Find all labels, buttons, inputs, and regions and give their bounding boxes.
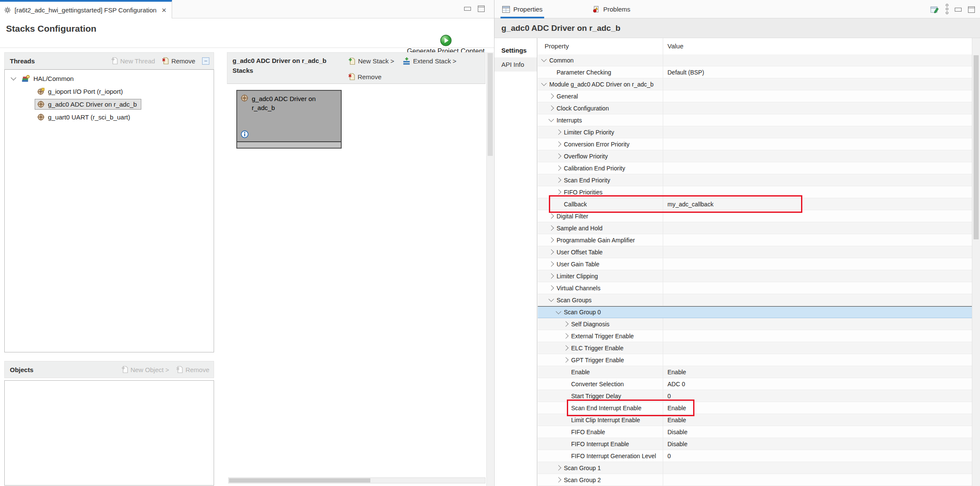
chevron-right-icon[interactable] [556, 189, 561, 195]
chevron-right-icon[interactable] [548, 225, 554, 231]
property-row-scan-end-interrupt-enable[interactable]: Scan End Interrupt Enable Enable [538, 402, 980, 414]
property-row-external-trigger-enable[interactable]: External Trigger Enable [538, 330, 980, 342]
scrollbar-thumb[interactable] [974, 55, 979, 239]
property-row-limiter-clipping[interactable]: Limiter Clipping [538, 270, 980, 282]
chevron-down-icon[interactable] [548, 296, 554, 302]
tab-properties[interactable]: Properties [500, 0, 544, 18]
property-row-enable[interactable]: Enable Enable [538, 366, 980, 378]
property-row-limit-clip-interrupt-enable[interactable]: Limit Clip Interrupt Enable Enable [538, 414, 980, 426]
collapse-icon[interactable]: – [202, 57, 209, 65]
property-grid-header: Property Value [538, 38, 980, 54]
chevron-right-icon[interactable] [563, 333, 569, 339]
thread-tree-item-g-ioport[interactable]: g_ioport I/O Port (r_ioport) [5, 85, 214, 98]
stacks-title: g_adc0 ADC Driver on r_adc_b Stacks [232, 56, 348, 75]
property-row-general[interactable]: General [538, 90, 980, 102]
property-row-fifo-interrupt-enable[interactable]: FIFO Interrupt Enable Disable [538, 438, 980, 450]
minimize-icon[interactable] [464, 7, 471, 11]
property-value: Disable [667, 429, 688, 435]
subnav-settings[interactable]: Settings [494, 43, 537, 57]
tab-fsp-configuration[interactable]: [ra6t2_adc_hwi_gettingstarted] FSP Confi… [0, 0, 172, 18]
property-row-digital-filter[interactable]: Digital Filter [538, 210, 980, 222]
new-stack-button[interactable]: New Stack > [348, 57, 394, 65]
property-row-scan-group-1[interactable]: Scan Group 1 [538, 462, 980, 474]
property-row-scan-group-0[interactable]: Scan Group 0 [538, 306, 980, 318]
property-row-scan-groups[interactable]: Scan Groups [538, 294, 980, 306]
thread-tree-item-g-adc0[interactable]: g_adc0 ADC Driver on r_adc_b [5, 98, 214, 110]
remove-thread-button[interactable]: Remove [162, 57, 195, 65]
property-row-overflow-priority[interactable]: Overflow Priority [538, 150, 980, 162]
chevron-right-icon[interactable] [556, 165, 561, 171]
property-row-clock-configuration[interactable]: Clock Configuration [538, 102, 980, 114]
property-row-elc-trigger-enable[interactable]: ELC Trigger Enable [538, 342, 980, 354]
chevron-right-icon[interactable] [563, 357, 569, 363]
chevron-right-icon[interactable] [556, 153, 561, 159]
chevron-right-icon[interactable] [548, 285, 554, 291]
chevron-down-icon[interactable] [556, 309, 561, 314]
chevron-down-icon[interactable] [11, 75, 16, 81]
property-row-converter-selection[interactable]: Converter Selection ADC 0 [538, 378, 980, 390]
chevron-right-icon[interactable] [563, 321, 569, 327]
chevron-right-icon[interactable] [548, 237, 554, 243]
stack-card-g-adc0[interactable]: g_adc0 ADC Driver on r_adc_b [236, 90, 342, 149]
property-row-scan-end-priority[interactable]: Scan End Priority [538, 174, 980, 186]
thread-tree-item-g-uart0[interactable]: g_uart0 UART (r_sci_b_uart) [5, 110, 214, 123]
editor-vertical-scrollbar[interactable] [486, 52, 494, 486]
property-row-callback[interactable]: Callback my_adc_callback [538, 198, 980, 210]
property-value: Enable [667, 369, 686, 376]
chevron-right-icon[interactable] [556, 129, 561, 135]
property-name: Scan Group 1 [564, 465, 601, 471]
chevron-right-icon[interactable] [556, 477, 561, 483]
extend-stack-button[interactable]: Extend Stack > [403, 57, 456, 65]
scrollbar-thumb[interactable] [488, 53, 493, 156]
maximize-icon[interactable] [478, 6, 485, 12]
property-row-scan-group-2[interactable]: Scan Group 2 [538, 474, 980, 486]
chevron-down-icon[interactable] [548, 116, 554, 122]
pin-editor-icon[interactable] [930, 6, 939, 14]
properties-vertical-scrollbar[interactable] [972, 38, 980, 486]
property-row-calibration-end-priority[interactable]: Calibration End Priority [538, 162, 980, 174]
property-row-parameter-checking[interactable]: Parameter Checking Default (BSP) [538, 66, 980, 78]
property-row-common[interactable]: Common [538, 54, 980, 66]
chevron-right-icon[interactable] [548, 249, 554, 255]
chevron-right-icon[interactable] [548, 261, 554, 267]
subnav-api-info[interactable]: API Info [494, 57, 537, 72]
chevron-right-icon[interactable] [563, 345, 569, 351]
property-row-interrupts[interactable]: Interrupts [538, 114, 980, 126]
chevron-right-icon[interactable] [548, 273, 554, 279]
chevron-right-icon[interactable] [556, 177, 561, 183]
property-row-user-gain-table[interactable]: User Gain Table [538, 258, 980, 270]
property-row-fifo-priorities[interactable]: FIFO Priorities [538, 186, 980, 198]
chevron-right-icon[interactable] [548, 93, 554, 99]
property-row-gpt-trigger-enable[interactable]: GPT Trigger Enable [538, 354, 980, 366]
chevron-right-icon[interactable] [548, 213, 554, 219]
scrollbar-thumb[interactable] [229, 478, 370, 483]
thread-tree-item-hal-common[interactable]: HAL/Common [5, 72, 214, 85]
info-icon[interactable] [241, 130, 249, 138]
tab-problems[interactable]: Problems [591, 0, 632, 18]
view-menu-icon[interactable] [946, 4, 948, 14]
property-row-start-trigger-delay[interactable]: Start Trigger Delay 0 [538, 390, 980, 402]
horizontal-scrollbar[interactable] [228, 477, 486, 483]
maximize-icon[interactable] [968, 6, 975, 13]
minimize-icon[interactable] [955, 8, 962, 12]
chevron-right-icon[interactable] [548, 105, 554, 111]
chevron-right-icon[interactable] [556, 465, 561, 471]
property-row-module-g-adc0-adc-driver-on-r-adc-b[interactable]: Module g_adc0 ADC Driver on r_adc_b [538, 78, 980, 90]
property-row-virtual-channels[interactable]: Virtual Channels [538, 282, 980, 294]
property-row-user-offset-table[interactable]: User Offset Table [538, 246, 980, 258]
property-row-fifo-enable[interactable]: FIFO Enable Disable [538, 426, 980, 438]
property-row-fifo-interrupt-generation-level[interactable]: FIFO Interrupt Generation Level 0 [538, 450, 980, 462]
chevron-down-icon[interactable] [541, 81, 547, 86]
threads-tree: HAL/Common g_ioport I/O Port (r_ioport) … [4, 69, 214, 352]
tab-label: [ra6t2_adc_hwi_gettingstarted] FSP Confi… [15, 6, 157, 14]
property-row-limiter-clip-priority[interactable]: Limiter Clip Priority [538, 126, 980, 138]
property-rows: Common Parameter Checking Default (BSP) … [538, 54, 980, 486]
property-row-conversion-error-priority[interactable]: Conversion Error Priority [538, 138, 980, 150]
remove-stack-button[interactable]: Remove [348, 73, 381, 81]
property-row-programmable-gain-amplifier[interactable]: Programmable Gain Amplifier [538, 234, 980, 246]
chevron-right-icon[interactable] [556, 141, 561, 147]
chevron-down-icon[interactable] [541, 57, 547, 62]
property-row-sample-and-hold[interactable]: Sample and Hold [538, 222, 980, 234]
property-row-self-diagnosis[interactable]: Self Diagnosis [538, 318, 980, 330]
close-icon[interactable]: × [162, 6, 167, 14]
